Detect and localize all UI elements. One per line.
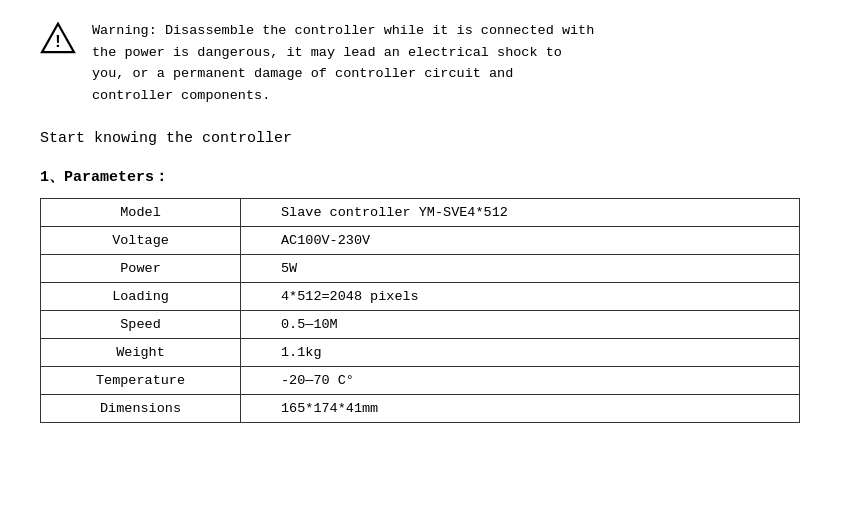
table-row: ModelSlave controller YM-SVE4*512 <box>41 199 800 227</box>
table-row: Power5W <box>41 255 800 283</box>
table-cell-label: Temperature <box>41 367 241 395</box>
table-cell-label: Voltage <box>41 227 241 255</box>
table-cell-label: Power <box>41 255 241 283</box>
warning-line1: Warning: Disassemble the controller whil… <box>92 20 594 42</box>
parameters-table: ModelSlave controller YM-SVE4*512Voltage… <box>40 198 800 423</box>
table-cell-value: Slave controller YM-SVE4*512 <box>241 199 800 227</box>
warning-icon: ! <box>40 22 76 58</box>
table-cell-value: 4*512=2048 pixels <box>241 283 800 311</box>
table-cell-label: Dimensions <box>41 395 241 423</box>
table-cell-label: Weight <box>41 339 241 367</box>
table-cell-label: Speed <box>41 311 241 339</box>
table-row: VoltageAC100V-230V <box>41 227 800 255</box>
table-cell-value: AC100V-230V <box>241 227 800 255</box>
table-cell-value: 0.5—10M <box>241 311 800 339</box>
table-row: Loading4*512=2048 pixels <box>41 283 800 311</box>
table-cell-label: Loading <box>41 283 241 311</box>
table-cell-value: -20—70 C° <box>241 367 800 395</box>
table-row: Weight1.1kg <box>41 339 800 367</box>
svg-text:!: ! <box>55 33 60 50</box>
table-row: Dimensions165*174*41mm <box>41 395 800 423</box>
table-cell-value: 1.1kg <box>241 339 800 367</box>
table-cell-value: 5W <box>241 255 800 283</box>
table-cell-label: Model <box>41 199 241 227</box>
table-cell-value: 165*174*41mm <box>241 395 800 423</box>
warning-line2: the power is dangerous, it may lead an e… <box>92 42 594 64</box>
warning-block: ! Warning: Disassemble the controller wh… <box>40 20 809 106</box>
section-heading: Start knowing the controller <box>40 130 809 147</box>
warning-line4: controller components. <box>92 85 594 107</box>
params-heading: 1、Parameters： <box>40 167 809 186</box>
warning-line3: you, or a permanent damage of controller… <box>92 63 594 85</box>
warning-text: Warning: Disassemble the controller whil… <box>92 20 594 106</box>
table-row: Temperature-20—70 C° <box>41 367 800 395</box>
table-row: Speed0.5—10M <box>41 311 800 339</box>
